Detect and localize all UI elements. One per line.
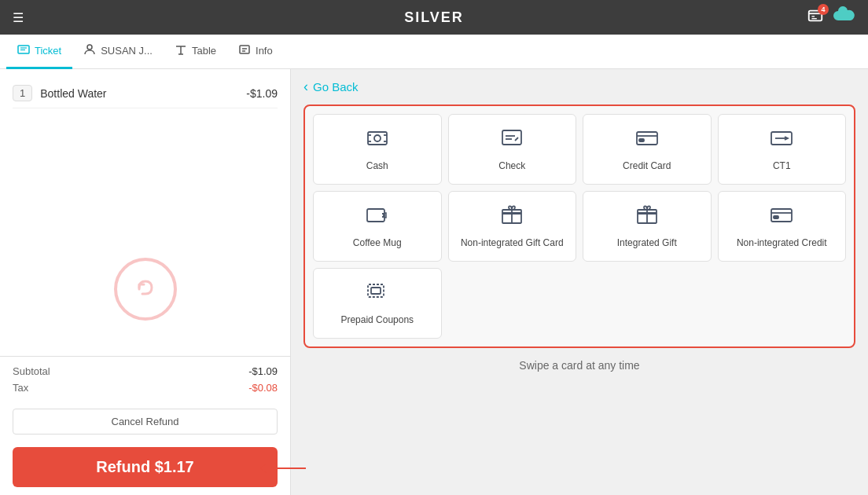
totals-section: Subtotal -$1.09 Tax -$0.08 xyxy=(0,356,290,402)
non-integrated-credit-label: Non-integrated Credit xyxy=(737,237,827,248)
main-content: 1 Bottled Water -$1.09 Subtotal -$1.09 T… xyxy=(0,69,868,495)
payment-coffee-mug[interactable]: Coffee Mug xyxy=(313,191,442,262)
svg-rect-24 xyxy=(637,132,657,145)
svg-point-7 xyxy=(87,45,92,50)
ticket-icon xyxy=(17,43,30,58)
swipe-text: Swipe a card at any time xyxy=(303,359,855,372)
arrow-indicator xyxy=(260,464,306,473)
ct1-label: CT1 xyxy=(773,160,791,171)
tax-label: Tax xyxy=(13,382,28,394)
svg-point-15 xyxy=(374,135,381,141)
item-price: -$1.09 xyxy=(246,87,278,100)
tab-info[interactable]: Info xyxy=(227,35,284,69)
tab-table[interactable]: Table xyxy=(164,35,227,69)
cancel-refund-button[interactable]: Cancel Refund xyxy=(13,409,278,434)
subtotal-value: -$1.09 xyxy=(248,365,278,377)
non-integrated-gift-label: Non-integrated Gift Card xyxy=(461,237,564,248)
non-integrated-credit-icon xyxy=(769,203,794,231)
payment-non-integrated-gift[interactable]: Non-integrated Gift Card xyxy=(448,191,577,262)
item-quantity: 1 xyxy=(13,85,32,101)
tab-susan[interactable]: SUSAN J... xyxy=(72,35,164,69)
tax-value: -$0.08 xyxy=(248,382,278,394)
go-back-arrow-icon: ‹ xyxy=(303,79,308,95)
coffee-mug-label: Coffee Mug xyxy=(353,237,402,248)
notification-icon[interactable]: 4 xyxy=(807,7,824,28)
svg-line-23 xyxy=(515,138,518,141)
refund-button[interactable]: Refund $1.17 xyxy=(13,447,278,487)
left-panel: 1 Bottled Water -$1.09 Subtotal -$1.09 T… xyxy=(0,69,291,495)
payment-grid: Cash Check xyxy=(313,114,846,339)
payment-ct1[interactable]: CT1 xyxy=(718,114,847,185)
hamburger-icon[interactable]: ☰ xyxy=(13,10,24,25)
svg-rect-26 xyxy=(639,139,644,141)
tax-row: Tax -$0.08 xyxy=(13,380,278,396)
svg-rect-14 xyxy=(368,132,387,145)
check-label: Check xyxy=(498,160,525,171)
svg-rect-40 xyxy=(371,288,381,294)
header-left: ☰ xyxy=(13,10,24,25)
refund-button-area: Refund $1.17 xyxy=(0,441,290,495)
undo-icon[interactable] xyxy=(114,258,177,321)
order-item: 1 Bottled Water -$1.09 xyxy=(13,79,278,108)
undo-area xyxy=(0,222,290,357)
svg-rect-29 xyxy=(367,209,384,222)
tab-ticket[interactable]: Ticket xyxy=(6,35,72,69)
cash-icon xyxy=(365,126,390,154)
subtotal-label: Subtotal xyxy=(13,365,50,377)
prepaid-coupons-label: Prepaid Coupons xyxy=(340,314,414,325)
cash-label: Cash xyxy=(366,160,388,171)
svg-rect-36 xyxy=(771,209,792,222)
payment-non-integrated-credit[interactable]: Non-integrated Credit xyxy=(718,191,847,262)
table-icon xyxy=(175,43,187,58)
payment-cash[interactable]: Cash xyxy=(313,114,442,185)
non-integrated-gift-icon xyxy=(499,203,524,231)
go-back-label: Go Back xyxy=(313,80,359,94)
payment-check[interactable]: Check xyxy=(448,114,577,185)
arrow-line xyxy=(267,468,306,469)
payment-prepaid-coupons[interactable]: Prepaid Coupons xyxy=(313,268,442,339)
svg-rect-39 xyxy=(368,284,384,297)
go-back-button[interactable]: ‹ Go Back xyxy=(303,79,855,95)
payment-integrated-gift[interactable]: Integrated Gift xyxy=(583,191,712,262)
arrow-head-icon xyxy=(260,464,267,473)
ct1-icon xyxy=(769,126,794,154)
credit-card-label: Credit Card xyxy=(623,160,671,171)
item-name: Bottled Water xyxy=(40,87,238,100)
integrated-gift-label: Integrated Gift xyxy=(617,237,677,248)
check-icon xyxy=(499,126,524,154)
prepaid-coupons-icon xyxy=(365,280,390,308)
tab-info-label: Info xyxy=(256,45,273,57)
tab-susan-label: SUSAN J... xyxy=(101,45,153,57)
app-title: SILVER xyxy=(404,9,464,26)
coffee-mug-icon xyxy=(365,203,390,231)
payment-methods-container: Cash Check xyxy=(303,104,855,348)
top-header: ☰ SILVER 4 xyxy=(0,0,868,35)
info-icon xyxy=(238,43,251,58)
user-icon xyxy=(83,43,96,58)
cloud-icon[interactable] xyxy=(833,6,855,28)
credit-card-icon xyxy=(634,126,660,154)
tab-table-label: Table xyxy=(192,45,216,57)
header-right: 4 xyxy=(807,6,855,28)
payment-credit-card[interactable]: Credit Card xyxy=(583,114,712,185)
subtotal-row: Subtotal -$1.09 xyxy=(13,363,278,380)
svg-rect-11 xyxy=(240,46,249,53)
notification-badge: 4 xyxy=(818,4,829,15)
sub-header-tabs: Ticket SUSAN J... Table In xyxy=(0,35,868,69)
right-panel: ‹ Go Back xyxy=(291,69,868,495)
order-items: 1 Bottled Water -$1.09 xyxy=(0,69,290,222)
integrated-gift-icon xyxy=(634,203,660,231)
svg-rect-38 xyxy=(774,216,778,218)
tab-ticket-label: Ticket xyxy=(35,45,61,57)
svg-rect-20 xyxy=(502,130,521,145)
